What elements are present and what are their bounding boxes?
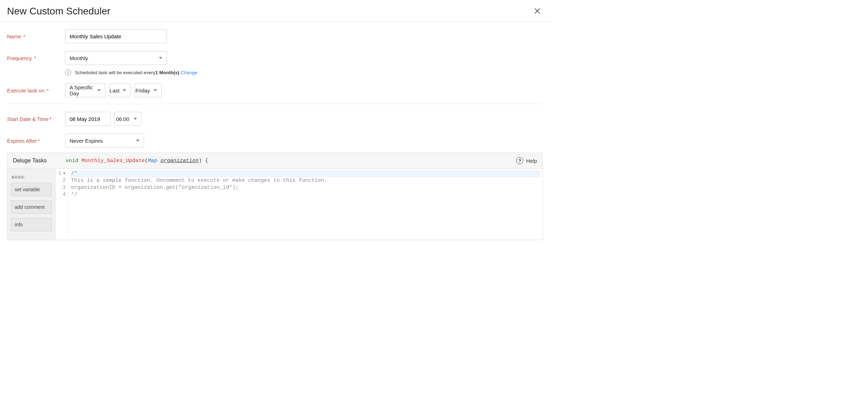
execute-ordinal-select[interactable]: Last xyxy=(109,83,131,97)
task-info[interactable]: info xyxy=(11,218,52,231)
chevron-down-icon xyxy=(154,89,157,91)
tasks-sidebar: Basic set variable add comment info xyxy=(7,169,56,240)
start-label: Start Date & Time* xyxy=(7,116,65,122)
deluge-editor-panel: Deluge Tasks void Monthly_Sales_Update(M… xyxy=(7,153,543,240)
chevron-down-icon xyxy=(123,89,126,91)
execute-weekday-value: Friday xyxy=(135,88,150,94)
frequency-hint-interval: 1 Month(s) xyxy=(155,70,179,75)
start-time-value: 06:00 xyxy=(116,116,129,122)
help-link[interactable]: ? Help xyxy=(516,157,537,164)
function-name: Monthly_Sales_Update xyxy=(82,158,145,164)
code-area: 1 2 3 4 /* This is a sample function. Un… xyxy=(56,169,543,240)
close-button[interactable] xyxy=(532,6,543,17)
editor-body: Basic set variable add comment info 1 2 … xyxy=(7,169,543,240)
frequency-hint: i Scheduled task will be executed every … xyxy=(65,69,543,76)
form-divider xyxy=(7,104,543,104)
chevron-down-icon xyxy=(136,140,140,142)
help-icon: ? xyxy=(516,157,523,164)
chevron-down-icon xyxy=(134,118,137,120)
editor-toolbar: Deluge Tasks void Monthly_Sales_Update(M… xyxy=(7,153,543,169)
expires-value: Never Expires xyxy=(70,138,103,144)
frequency-change-link[interactable]: Change xyxy=(181,70,197,75)
frequency-hint-text: Scheduled task will be executed every xyxy=(75,70,155,75)
function-signature: void Monthly_Sales_Update(Map organizati… xyxy=(66,158,208,164)
help-label: Help xyxy=(526,158,537,164)
frequency-label: Frequency * xyxy=(7,55,65,61)
name-row: Name * xyxy=(7,29,543,43)
chevron-down-icon xyxy=(97,89,101,91)
execute-weekday-select[interactable]: Friday xyxy=(134,83,162,97)
frequency-select[interactable]: Monthly xyxy=(65,51,167,65)
code-line: /* xyxy=(71,170,540,177)
execute-ordinal-value: Last xyxy=(110,88,119,94)
code-editor[interactable]: /* This is a sample function. Uncomment … xyxy=(68,169,543,240)
code-line: organizationID = organization.get("organ… xyxy=(71,184,540,191)
execute-mode-value: A Specific Day xyxy=(70,84,93,96)
expires-select[interactable]: Never Expires xyxy=(65,134,144,148)
deluge-tasks-title: Deluge Tasks xyxy=(13,157,66,164)
code-line: */ xyxy=(71,191,540,198)
chevron-down-icon xyxy=(159,57,162,59)
info-icon: i xyxy=(65,69,71,76)
code-line: This is a sample function. Uncomment to … xyxy=(71,177,540,184)
expires-label: Expires After* xyxy=(7,138,65,144)
task-set-variable[interactable]: set variable xyxy=(11,183,52,196)
task-category-basic: Basic xyxy=(12,175,51,179)
name-input[interactable] xyxy=(65,29,167,43)
start-date-input[interactable] xyxy=(65,112,111,126)
name-label: Name * xyxy=(7,33,65,39)
expires-row: Expires After* Never Expires xyxy=(7,134,543,148)
page-header: New Custom Scheduler xyxy=(0,0,550,22)
frequency-row: Frequency * Monthly xyxy=(7,51,543,65)
code-gutter: 1 2 3 4 xyxy=(56,169,68,240)
execute-mode-select[interactable]: A Specific Day xyxy=(65,83,105,97)
execute-label: Execute task on * xyxy=(7,88,65,94)
param-type: Map xyxy=(148,158,157,164)
close-icon xyxy=(534,7,541,14)
execute-row: Execute task on * A Specific Day Last Fr… xyxy=(7,83,543,97)
start-row: Start Date & Time* 06:00 xyxy=(7,112,543,126)
fold-icon[interactable] xyxy=(63,173,66,174)
frequency-select-value: Monthly xyxy=(70,55,88,61)
start-time-select[interactable]: 06:00 xyxy=(114,112,142,126)
task-add-comment[interactable]: add comment xyxy=(11,200,52,214)
page-title: New Custom Scheduler xyxy=(7,6,110,17)
param-name: organization xyxy=(161,158,199,164)
keyword-void: void xyxy=(66,158,78,164)
scheduler-form: Name * Frequency * Monthly i Scheduled t… xyxy=(0,22,550,148)
